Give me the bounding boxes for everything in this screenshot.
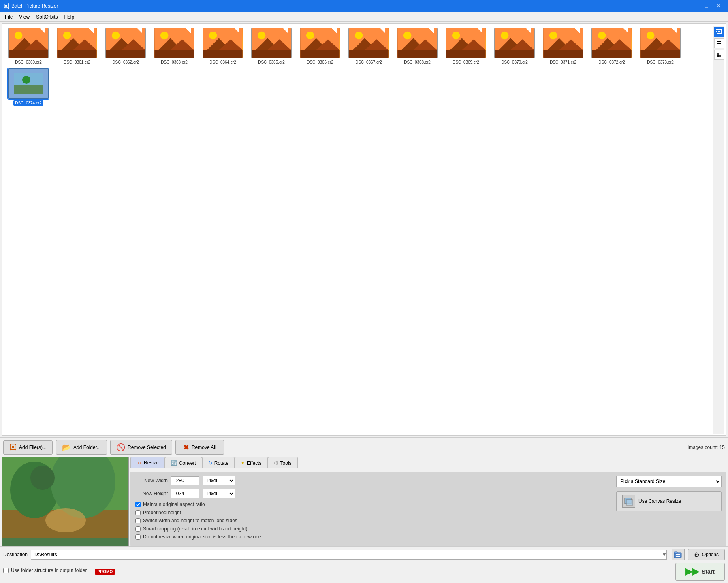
list-item[interactable]: DSC_0370.cr2 xyxy=(492,28,537,64)
list-item[interactable]: DSC_0361.cr2 xyxy=(55,28,99,64)
svg-point-31 xyxy=(306,32,314,39)
promo-badge: PROMO xyxy=(95,569,115,575)
maintain-aspect-ratio-checkbox[interactable] xyxy=(135,502,141,507)
add-folder-button[interactable]: 📂 Add Folder... xyxy=(56,440,107,455)
maximize-button[interactable]: □ xyxy=(700,0,713,12)
image-grid: DSC_0360.cr2 DSC_0361.cr2 DSC_0362.cr2 D… xyxy=(6,28,711,106)
list-item[interactable]: DSC_0371.cr2 xyxy=(541,28,585,64)
list-item[interactable]: DSC_0364.cr2 xyxy=(201,28,245,64)
folder-structure-checkbox[interactable] xyxy=(3,568,9,573)
app-icon: 🖼 xyxy=(3,3,9,9)
image-label: DSC_0373.cr2 xyxy=(647,60,674,64)
switch-dimensions-checkbox[interactable] xyxy=(135,518,141,523)
maintain-aspect-ratio-label: Maintain original aspect ratio xyxy=(143,502,205,507)
remove-selected-button[interactable]: 🚫 Remove Selected xyxy=(110,440,172,455)
tab-effects[interactable]: ✦ Effects xyxy=(235,457,267,468)
tab-rotate[interactable]: ↻ Rotate xyxy=(202,457,235,468)
title-bar-controls: — □ ✕ xyxy=(688,0,725,12)
list-item[interactable]: DSC_0373.cr2 xyxy=(638,28,683,64)
list-item[interactable]: DSC_0367.cr2 xyxy=(346,28,391,64)
image-label: DSC_0361.cr2 xyxy=(64,60,90,64)
list-item[interactable]: DSC_0363.cr2 xyxy=(152,28,196,64)
smart-cropping-row: Smart cropping (result in exact width an… xyxy=(135,526,608,532)
menu-view[interactable]: View xyxy=(16,13,33,21)
list-item[interactable]: DSC_0369.cr2 xyxy=(444,28,488,64)
list-item[interactable]: DSC_0365.cr2 xyxy=(249,28,294,64)
tab-tools[interactable]: ⚙ Tools xyxy=(268,457,298,468)
svg-rect-14 xyxy=(106,50,145,58)
switch-dimensions-row: Switch width and height to match long si… xyxy=(135,518,608,523)
browse-folder-icon xyxy=(674,551,682,558)
menu-softorbits[interactable]: SoftOrbits xyxy=(33,13,61,21)
image-grid-container[interactable]: DSC_0360.cr2 DSC_0361.cr2 DSC_0362.cr2 D… xyxy=(2,23,726,436)
tab-convert[interactable]: 🔄 Convert xyxy=(165,457,202,468)
start-icon: ▶▶ xyxy=(685,566,699,577)
new-width-label: New Width xyxy=(135,478,168,483)
resize-tab-icon: ↔ xyxy=(137,460,142,466)
image-thumb xyxy=(57,28,97,58)
lower-section: ↔ Resize 🔄 Convert ↻ Rotate ✦ Effects ⚙ xyxy=(2,457,726,546)
svg-point-1 xyxy=(15,32,22,39)
tab-resize[interactable]: ↔ Resize xyxy=(130,457,165,468)
resize-form: New Width Pixel Percent Centimeter Inch … xyxy=(135,476,608,542)
image-thumb xyxy=(494,28,535,58)
list-view-button[interactable]: ☰ xyxy=(714,38,724,48)
new-height-label: New Height xyxy=(135,491,168,496)
app-title: Batch Picture Resizer xyxy=(11,3,58,9)
image-thumb xyxy=(203,28,243,58)
menu-help[interactable]: Help xyxy=(61,13,78,21)
svg-rect-54 xyxy=(495,50,534,58)
no-resize-smaller-label: Do not resize when original size is less… xyxy=(143,534,261,540)
svg-point-21 xyxy=(209,32,217,39)
image-label: DSC_0366.cr2 xyxy=(307,60,333,64)
standard-size-select[interactable]: Pick a Standard Size xyxy=(616,476,722,487)
menu-file[interactable]: File xyxy=(2,13,16,21)
add-files-label: Add File(s)... xyxy=(19,445,47,450)
destination-browse-button[interactable] xyxy=(672,549,685,560)
svg-rect-80 xyxy=(626,500,633,505)
smart-cropping-checkbox[interactable] xyxy=(135,526,141,532)
svg-rect-71 xyxy=(14,85,43,94)
svg-rect-64 xyxy=(592,50,631,58)
canvas-resize-icon xyxy=(622,495,635,508)
options-button[interactable]: ⚙ Options xyxy=(688,549,725,560)
use-canvas-resize-button[interactable]: Use Canvas Resize xyxy=(616,491,722,511)
tools-tab-icon: ⚙ xyxy=(274,460,279,466)
main-container: DSC_0360.cr2 DSC_0361.cr2 DSC_0362.cr2 D… xyxy=(0,22,728,583)
list-item[interactable]: DSC_0360.cr2 xyxy=(6,28,51,64)
minimize-button[interactable]: — xyxy=(688,0,700,12)
new-width-input[interactable] xyxy=(171,476,199,485)
list-item[interactable]: DSC_0362.cr2 xyxy=(103,28,148,64)
no-resize-smaller-row: Do not resize when original size is less… xyxy=(135,534,608,540)
predefined-height-checkbox[interactable] xyxy=(135,510,141,515)
new-height-unit-select[interactable]: Pixel Percent Centimeter Inch xyxy=(203,489,235,498)
predefined-height-label: Predefined height xyxy=(143,510,181,515)
title-bar-left: 🖼 Batch Picture Resizer xyxy=(3,3,58,9)
grid-view-button[interactable]: ▦ xyxy=(714,50,724,60)
options-label: Options xyxy=(702,552,719,557)
list-item[interactable]: DSC_0374.cr2 xyxy=(6,68,51,106)
destination-section: Destination ▼ ⚙ Options Use folder xyxy=(0,546,728,583)
svg-rect-19 xyxy=(154,50,194,58)
image-label: DSC_0371.cr2 xyxy=(550,60,576,64)
new-height-input[interactable] xyxy=(171,489,199,498)
folder-structure-row: Use folder structure in output folder xyxy=(3,568,87,573)
start-button[interactable]: ▶▶ Start xyxy=(675,563,725,581)
list-item[interactable]: DSC_0366.cr2 xyxy=(298,28,342,64)
no-resize-smaller-checkbox[interactable] xyxy=(135,534,141,540)
image-thumb xyxy=(640,28,681,58)
svg-rect-39 xyxy=(349,50,388,58)
new-width-unit-select[interactable]: Pixel Percent Centimeter Inch xyxy=(203,476,235,485)
add-files-button[interactable]: 🖼 Add File(s)... xyxy=(3,440,53,455)
close-button[interactable]: ✕ xyxy=(713,0,725,12)
svg-point-11 xyxy=(112,32,120,39)
list-item[interactable]: DSC_0372.cr2 xyxy=(589,28,634,64)
remove-all-button[interactable]: ✖ Remove All xyxy=(175,440,224,455)
list-item[interactable]: DSC_0368.cr2 xyxy=(395,28,440,64)
image-thumb xyxy=(446,28,486,58)
remove-all-label: Remove All xyxy=(192,445,216,450)
thumbnail-view-button[interactable]: 🖼 xyxy=(714,27,724,37)
destination-dropdown-arrow: ▼ xyxy=(662,552,667,557)
svg-rect-34 xyxy=(300,50,339,58)
destination-input[interactable] xyxy=(31,550,667,560)
